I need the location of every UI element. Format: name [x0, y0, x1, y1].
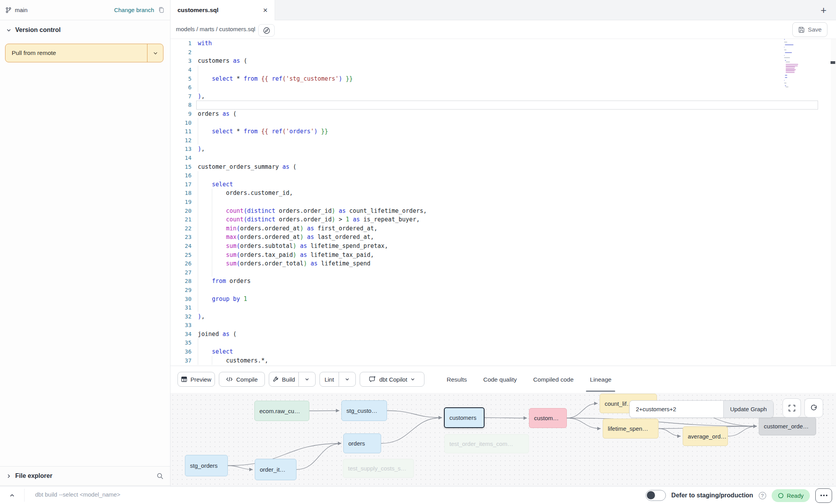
- defer-toggle[interactable]: [646, 490, 666, 501]
- dbt-copilot-button[interactable]: dbt Copilot: [360, 372, 424, 387]
- panel-tab-results[interactable]: Results: [447, 366, 467, 393]
- compile-button[interactable]: Compile: [219, 372, 265, 387]
- lineage-node-customers[interactable]: customers: [444, 407, 485, 428]
- file-explorer-header[interactable]: File explorer: [0, 466, 170, 486]
- editor-line[interactable]: 8: [170, 101, 836, 110]
- editor-line[interactable]: 9orders as (: [170, 110, 836, 118]
- editor-line[interactable]: 22 min(orders.ordered_at) as first_order…: [170, 224, 836, 233]
- line-number: 16: [170, 172, 192, 179]
- editor-scrollbar[interactable]: [831, 39, 836, 366]
- line-number: 30: [170, 296, 192, 302]
- editor-line[interactable]: 7),: [170, 92, 836, 101]
- indent-guide: [212, 198, 212, 207]
- build-button[interactable]: Build: [269, 372, 298, 386]
- scrollbar-thumb[interactable]: [831, 61, 835, 64]
- save-button[interactable]: Save: [792, 22, 827, 37]
- ide-status-badge[interactable]: Ready: [772, 489, 810, 502]
- editor-line[interactable]: 28 from orders: [170, 277, 836, 286]
- tab-customers-sql[interactable]: customers.sql ×: [170, 0, 275, 20]
- pull-options-dropdown[interactable]: [147, 44, 163, 62]
- lineage-node-ecom[interactable]: ecom.raw_cu…: [254, 401, 309, 421]
- editor-line[interactable]: 25 sum(orders.tax_paid) as lifetime_tax_…: [170, 250, 836, 259]
- line-number: 24: [170, 243, 192, 249]
- new-tab-button[interactable]: +: [816, 2, 831, 18]
- refresh-button[interactable]: [804, 398, 823, 417]
- editor-line[interactable]: 32),: [170, 312, 836, 321]
- explore-button[interactable]: [258, 24, 275, 37]
- command-panel-expand[interactable]: [5, 490, 19, 501]
- version-control-header[interactable]: Version control: [0, 20, 170, 40]
- editor-line[interactable]: 35: [170, 338, 836, 347]
- lineage-selector-input[interactable]: [630, 401, 723, 417]
- editor-line[interactable]: 24 sum(orders.subtotal) as lifetime_spen…: [170, 242, 836, 251]
- copy-icon[interactable]: [158, 7, 165, 13]
- editor-line[interactable]: 12: [170, 136, 836, 145]
- change-branch-link[interactable]: Change branch: [114, 7, 154, 13]
- editor-line[interactable]: 18 orders.customer_id,: [170, 189, 836, 198]
- editor-line[interactable]: 21 count(distinct orders.order_id) > 1 a…: [170, 215, 836, 224]
- editor-line[interactable]: 16: [170, 171, 836, 180]
- editor-line[interactable]: 15customer_orders_summary as (: [170, 162, 836, 171]
- editor-line[interactable]: 26 sum(orders.order_total) as lifetime_s…: [170, 259, 836, 268]
- editor-line[interactable]: 37 customers.*,: [170, 356, 836, 365]
- editor-line[interactable]: 19: [170, 198, 836, 207]
- editor-line[interactable]: 6: [170, 83, 836, 92]
- pull-from-remote-button[interactable]: Pull from remote: [5, 44, 163, 62]
- fullscreen-button[interactable]: [783, 398, 801, 417]
- editor-line[interactable]: 1with: [170, 39, 836, 48]
- lineage-node-test_supply[interactable]: test_supply_costs_s…: [343, 459, 414, 478]
- editor-minimap[interactable]: [784, 39, 818, 94]
- lineage-node-average[interactable]: average_ord…: [683, 426, 728, 446]
- panel-tab-code-quality[interactable]: Code quality: [483, 366, 517, 393]
- panel-tab-compiled-code[interactable]: Compiled code: [533, 366, 573, 393]
- sidebar: main Change branch Version control Pull …: [0, 0, 170, 504]
- editor-line[interactable]: 23 max(orders.ordered_at) as last_ordere…: [170, 233, 836, 242]
- search-icon[interactable]: [156, 472, 164, 480]
- preview-button[interactable]: Preview: [177, 372, 215, 387]
- lint-button-group: Lint: [319, 372, 356, 387]
- code-editor[interactable]: 1with23customers as (45 select * from {{…: [170, 39, 836, 366]
- editor-line[interactable]: 31: [170, 303, 836, 312]
- lint-button[interactable]: Lint: [320, 372, 339, 386]
- editor-line[interactable]: 17 select: [170, 180, 836, 189]
- editor-line[interactable]: 13),: [170, 145, 836, 154]
- editor-line[interactable]: 5 select * from {{ ref('stg_customers') …: [170, 74, 836, 83]
- editor-line[interactable]: 4: [170, 65, 836, 74]
- panel-tab-lineage[interactable]: Lineage: [590, 366, 611, 393]
- wrench-icon: [273, 376, 279, 382]
- editor-line[interactable]: 2: [170, 48, 836, 57]
- lineage-node-test_order_items[interactable]: test_order_items_com…: [444, 434, 529, 453]
- editor-line[interactable]: 20 count(distinct orders.order_id) as co…: [170, 206, 836, 215]
- lint-options-dropdown[interactable]: [339, 372, 355, 386]
- dbt-ide-app: main Change branch Version control Pull …: [0, 0, 836, 504]
- command-input-placeholder[interactable]: dbt build --select <model_name>: [35, 491, 120, 498]
- close-tab-icon[interactable]: ×: [263, 6, 268, 14]
- lineage-node-stg_custo[interactable]: stg_custo…: [341, 400, 387, 421]
- lineage-node-lifetime[interactable]: lifetime_spen…: [603, 419, 659, 439]
- editor-line[interactable]: 34joined as (: [170, 330, 836, 339]
- lineage-node-custom[interactable]: custom…: [529, 408, 567, 428]
- editor-line[interactable]: 3customers as (: [170, 57, 836, 65]
- update-graph-button[interactable]: Update Graph: [723, 401, 773, 417]
- indent-guide: [212, 259, 212, 268]
- build-options-dropdown[interactable]: [298, 372, 315, 386]
- indent-guide: [198, 206, 198, 215]
- editor-line[interactable]: 11 select * from {{ ref('orders') }}: [170, 127, 836, 136]
- editor-line[interactable]: 30 group by 1: [170, 294, 836, 303]
- editor-line[interactable]: 36 select: [170, 347, 836, 356]
- indent-guide: [198, 74, 198, 83]
- lineage-canvas[interactable]: ecom.raw_cu…stg_custo…customerscustom…co…: [170, 393, 836, 486]
- help-icon[interactable]: ?: [759, 492, 766, 499]
- lineage-node-orders[interactable]: orders: [343, 433, 381, 453]
- current-branch[interactable]: main: [5, 7, 28, 13]
- lineage-node-cust_orde[interactable]: customer_orde…: [759, 417, 816, 435]
- editor-line[interactable]: 10: [170, 118, 836, 127]
- editor-line[interactable]: 14: [170, 154, 836, 163]
- editor-line[interactable]: 27: [170, 268, 836, 277]
- editor-line[interactable]: 33: [170, 321, 836, 330]
- lineage-node-stg_orders[interactable]: stg_orders: [185, 455, 228, 476]
- lineage-node-order_it[interactable]: order_it…: [255, 459, 296, 480]
- editor-line[interactable]: 29: [170, 286, 836, 295]
- more-options-button[interactable]: [815, 488, 832, 503]
- code-text: [198, 65, 836, 74]
